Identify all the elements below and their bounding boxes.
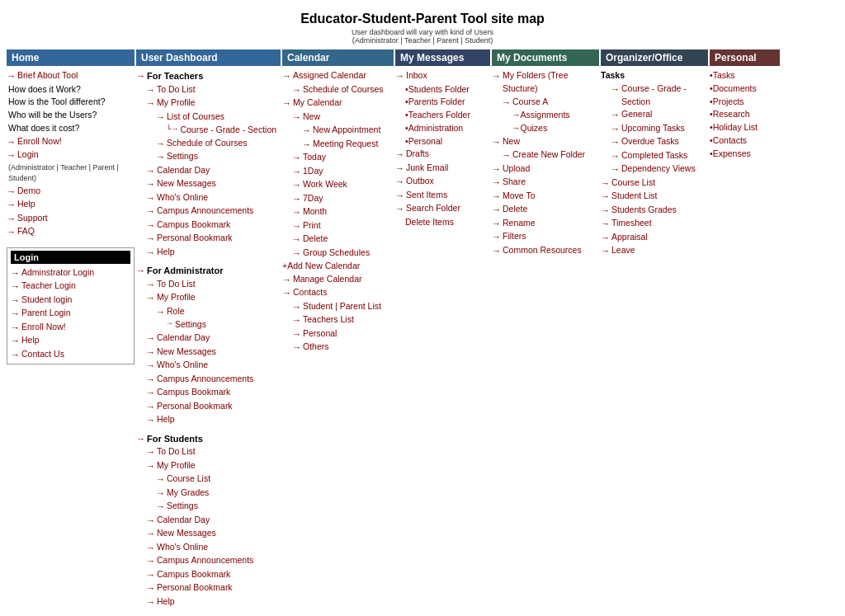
list-item[interactable]: →My Profile <box>146 96 281 111</box>
list-item[interactable]: →New <box>492 135 599 149</box>
list-item[interactable]: →Search Folder <box>395 202 490 216</box>
list-item[interactable]: →Assignments <box>512 109 599 122</box>
list-item[interactable]: →Campus Bookmark <box>146 568 281 582</box>
list-item[interactable]: •Projects <box>710 96 780 109</box>
list-item[interactable]: →Sent Items <box>395 189 490 203</box>
list-item[interactable]: →Upload <box>492 162 599 176</box>
list-item[interactable]: Who will be the Users? <box>7 109 135 122</box>
list-item[interactable]: →7Day <box>292 192 394 206</box>
list-item[interactable]: →New Appointment <box>302 124 394 138</box>
list-item[interactable]: →Appraisal <box>601 231 708 245</box>
list-item[interactable]: →Who's Online <box>146 541 281 555</box>
list-item[interactable]: →My Profile <box>146 291 281 305</box>
list-item[interactable]: →Group Schedules <box>292 247 394 261</box>
list-item[interactable]: •Personal <box>405 135 490 148</box>
list-item[interactable]: +Add New Calendar <box>282 260 394 273</box>
list-item[interactable]: →FAQ <box>7 225 135 239</box>
list-item[interactable]: →My Folders (Tree Stucture) <box>492 69 599 96</box>
list-item[interactable]: →Move To <box>492 190 599 204</box>
list-item[interactable]: →Delete <box>492 203 599 217</box>
list-item[interactable]: •Tasks <box>710 69 780 82</box>
list-item[interactable]: →Settings <box>156 500 281 514</box>
list-item[interactable]: →Student login <box>11 294 130 308</box>
list-item[interactable]: →Settings <box>166 318 281 332</box>
list-item[interactable]: •Research <box>710 108 780 121</box>
list-item[interactable]: →Dependency Views <box>611 162 708 176</box>
list-item[interactable]: →Student List <box>601 190 708 204</box>
list-item[interactable]: →Settings <box>156 150 281 164</box>
list-item[interactable]: What does it cost? <box>7 122 135 135</box>
list-item[interactable]: •Contacts <box>710 134 780 148</box>
list-item[interactable]: →List of Courses <box>156 111 281 125</box>
list-item[interactable]: →Personal Bookmark <box>146 232 281 246</box>
list-item[interactable]: •Parents Folder <box>405 96 490 109</box>
list-item[interactable]: →New <box>292 111 394 125</box>
list-item[interactable]: →Calendar Day <box>146 332 281 346</box>
list-item[interactable]: →Rename <box>492 217 599 231</box>
list-item[interactable]: •Teachers Folder <box>405 109 490 122</box>
list-item[interactable]: →Login <box>7 148 135 162</box>
list-item[interactable]: →Upcoming Tasks <box>611 122 708 136</box>
list-item[interactable]: →Quizes <box>512 122 599 135</box>
list-item[interactable]: →Personal Bookmark <box>146 581 281 595</box>
list-item[interactable]: How does it Work? <box>7 83 135 96</box>
list-item[interactable]: →Who's Online <box>146 359 281 373</box>
list-item[interactable]: →My Calendar <box>282 96 394 111</box>
list-item[interactable]: →Contacts <box>282 286 394 300</box>
list-item[interactable]: •Expenses <box>710 148 780 161</box>
list-item[interactable]: →Help <box>146 413 281 427</box>
list-item[interactable]: →1Day <box>292 165 394 179</box>
list-item[interactable]: →Print <box>292 219 394 233</box>
list-item[interactable]: →Filters <box>492 230 599 244</box>
list-item[interactable]: →Adminstrator Login <box>11 266 130 280</box>
list-item[interactable]: →Course List <box>156 473 281 487</box>
list-item[interactable]: Tasks <box>601 69 708 82</box>
list-item[interactable]: →Personal Bookmark <box>146 400 281 414</box>
list-item[interactable]: →Help <box>146 595 281 609</box>
list-item[interactable]: →Completed Tasks <box>611 149 708 163</box>
list-item[interactable]: →Meeting Request <box>302 138 394 152</box>
list-item[interactable]: →General <box>611 108 708 122</box>
list-item[interactable]: →Campus Announcements <box>146 554 281 568</box>
list-item[interactable]: •Administration <box>405 122 490 135</box>
list-item[interactable]: →Enroll Now! <box>11 321 130 335</box>
list-item[interactable]: →Course - Grade - Section <box>611 82 708 109</box>
list-item[interactable]: →Who's Online <box>146 191 281 205</box>
list-item[interactable]: →New Messages <box>146 346 281 360</box>
list-item[interactable]: →Share <box>492 176 599 190</box>
list-item[interactable]: →Campus Announcements <box>146 373 281 387</box>
list-item[interactable]: →Schedule of Courses <box>156 137 281 151</box>
list-item[interactable]: →Drafts <box>395 148 490 162</box>
list-item[interactable]: •Holiday List <box>710 121 780 134</box>
list-item[interactable]: →To Do List <box>146 278 281 292</box>
list-item[interactable]: →To Do List <box>146 83 281 97</box>
list-item[interactable]: →Leave <box>601 244 708 258</box>
list-item[interactable]: →New Messages <box>146 177 281 191</box>
list-item[interactable]: →Others <box>292 341 394 355</box>
list-item[interactable]: →Support <box>7 212 135 226</box>
list-item[interactable]: →Inbox <box>395 69 490 83</box>
list-item[interactable]: →Enroll Now! <box>7 135 135 149</box>
list-item[interactable]: →Parent Login <box>11 307 130 321</box>
list-item[interactable]: →Teacher Login <box>11 280 130 294</box>
list-item[interactable]: •Students Folder <box>405 83 490 96</box>
list-item[interactable]: →Campus Bookmark <box>146 386 281 400</box>
list-item[interactable]: →Timesheet <box>601 217 708 231</box>
list-item[interactable]: →Schedule of Courses <box>292 83 394 97</box>
list-item[interactable]: →Demo <box>7 185 135 199</box>
list-item[interactable]: →New Messages <box>146 527 281 541</box>
list-item[interactable]: →Outbox <box>395 175 490 189</box>
list-item[interactable]: →Course A <box>502 96 599 110</box>
list-item[interactable]: →Role <box>156 305 281 319</box>
list-item[interactable]: →My Grades <box>156 487 281 501</box>
list-item[interactable]: →Help <box>7 198 135 212</box>
list-item[interactable]: •Documents <box>710 82 780 96</box>
list-item[interactable]: →Calendar Day <box>146 164 281 178</box>
list-item[interactable]: →Month <box>292 205 394 219</box>
list-item[interactable]: →Contact Us <box>11 348 130 362</box>
list-item[interactable]: →Calendar Day <box>146 514 281 528</box>
list-item[interactable]: →Student | Parent List <box>292 300 394 314</box>
list-item[interactable]: →Manage Calendar <box>282 273 394 287</box>
list-item[interactable]: →Students Grades <box>601 204 708 218</box>
list-item[interactable]: →Campus Announcements <box>146 205 281 219</box>
